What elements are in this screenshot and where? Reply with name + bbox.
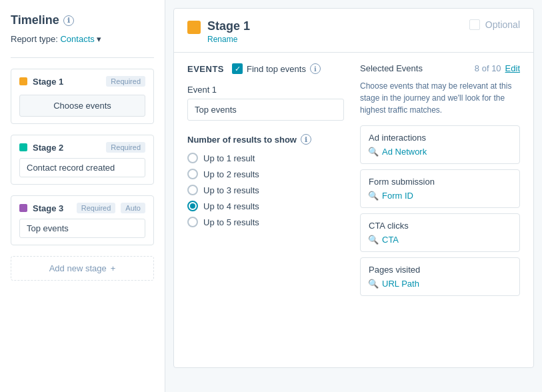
stage-card-1: Stage 1 Required Choose events [11, 69, 154, 124]
radio-option-3[interactable]: Up to 3 results [187, 185, 344, 195]
find-top-events[interactable]: Find top events ℹ [232, 63, 321, 74]
stage-badge-3-auto: Auto [121, 203, 145, 213]
stage-card-header-1: Stage 1 Required [19, 76, 145, 87]
radio-circle-2[interactable] [187, 169, 198, 179]
rename-link[interactable]: Rename [207, 35, 250, 44]
find-top-events-checkbox[interactable] [232, 63, 243, 74]
event-item-cta-filter[interactable]: 🔍 CTA [369, 235, 511, 245]
radio-option-2[interactable]: Up to 2 results [187, 169, 344, 179]
radio-label-2: Up to 2 results [203, 169, 259, 179]
results-section: Number of results to show ℹ Up to 1 resu… [187, 134, 344, 227]
radio-label-5: Up to 5 results [203, 217, 259, 227]
optional-checkbox[interactable] [469, 19, 480, 30]
sidebar-divider [11, 57, 154, 58]
event-item-ad-filter[interactable]: 🔍 Ad Network [369, 147, 511, 157]
stage-card-header-3: Stage 3 Required Auto [19, 203, 145, 213]
event-item-cta: CTA clicks 🔍 CTA [360, 213, 520, 252]
radio-circle-3[interactable] [187, 185, 198, 195]
radio-circle-5[interactable] [187, 217, 198, 227]
sidebar: Timeline ℹ Report type: Contacts ▾ Stage… [0, 0, 165, 392]
stage-value-2: Contact record created [19, 158, 145, 177]
add-stage-button[interactable]: Add new stage + [11, 256, 154, 281]
stage-badge-2: Required [106, 142, 145, 153]
sidebar-title: Timeline ℹ [11, 13, 154, 27]
selected-events-header: Selected Events 8 of 10 Edit [360, 63, 520, 73]
stage-color-indicator [187, 21, 201, 34]
event-item-pages-name: Pages visited [369, 265, 511, 275]
plus-icon: + [111, 263, 116, 273]
radio-label-4: Up to 4 results [203, 201, 259, 211]
event-item-ad-name: Ad interactions [369, 133, 511, 143]
find-top-events-info-icon[interactable]: ℹ [310, 63, 321, 74]
event-item-pages: Pages visited 🔍 URL Path [360, 257, 520, 296]
search-icon-pages: 🔍 [369, 279, 378, 289]
radio-label-1: Up to 1 result [203, 153, 255, 163]
results-info-icon[interactable]: ℹ [301, 134, 311, 145]
selected-count: 8 of 10 Edit [475, 63, 520, 73]
events-section: EVENTS Find top events ℹ Event 1 Number … [174, 53, 533, 312]
info-icon[interactable]: ℹ [63, 15, 74, 26]
search-icon-ad: 🔍 [369, 147, 378, 157]
results-title: Number of results to show ℹ [187, 134, 344, 145]
report-type: Report type: Contacts ▾ [11, 34, 154, 44]
optional-area: Optional [469, 19, 520, 30]
stage-card-2: Stage 2 Required Contact record created [11, 135, 154, 185]
stage-badge-1: Required [106, 76, 145, 87]
main-content: Stage 1 Rename Optional EVENTS Find top … [165, 0, 542, 392]
selected-events-desc: Choose events that may be relevant at th… [360, 80, 520, 116]
event-item-ad: Ad interactions 🔍 Ad Network [360, 125, 520, 164]
stage-main-title: Stage 1 [207, 19, 250, 33]
search-icon-form: 🔍 [369, 191, 378, 201]
event-item-form-name: Form submission [369, 177, 511, 187]
optional-label: Optional [485, 19, 520, 30]
find-top-events-label: Find top events [247, 64, 306, 74]
stage-dot-2 [19, 143, 27, 151]
radio-option-4[interactable]: Up to 4 results [187, 201, 344, 211]
stage-card-3: Stage 3 Required Auto Top events [11, 195, 154, 245]
radio-circle-1[interactable] [187, 153, 198, 163]
radio-option-1[interactable]: Up to 1 result [187, 153, 344, 163]
stage-header: Stage 1 Rename Optional [174, 9, 533, 53]
stage-label-3: Stage 3 [19, 203, 63, 213]
stage-dot-3 [19, 204, 27, 212]
edit-link[interactable]: Edit [505, 63, 520, 73]
stage-card-header-2: Stage 2 Required [19, 142, 145, 153]
events-left: EVENTS Find top events ℹ Event 1 Number … [187, 63, 344, 301]
stage-dot-1 [19, 77, 27, 85]
search-icon-cta: 🔍 [369, 235, 378, 245]
events-header: EVENTS Find top events ℹ [187, 63, 344, 74]
stage-value-3: Top events [19, 219, 145, 238]
radio-circle-4[interactable] [187, 201, 198, 211]
event-item-form: Form submission 🔍 Form ID [360, 169, 520, 208]
timeline-label: Timeline [11, 13, 59, 27]
event-item-pages-filter[interactable]: 🔍 URL Path [369, 279, 511, 289]
stage-header-left: Stage 1 Rename [187, 19, 250, 44]
report-type-link[interactable]: Contacts [60, 34, 94, 44]
stage-label-2: Stage 2 [19, 143, 63, 153]
event-item-form-filter[interactable]: 🔍 Form ID [369, 191, 511, 201]
radio-label-3: Up to 3 results [203, 185, 259, 195]
event-label: Event 1 [187, 85, 344, 95]
stage-badges-3: Required Auto [77, 203, 145, 213]
count-text: 8 of 10 [475, 63, 501, 73]
radio-option-5[interactable]: Up to 5 results [187, 217, 344, 227]
choose-events-button-1[interactable]: Choose events [19, 95, 145, 117]
selected-events-title: Selected Events [360, 63, 423, 73]
selected-events-panel: Selected Events 8 of 10 Edit Choose even… [360, 63, 520, 301]
event-item-cta-name: CTA clicks [369, 221, 511, 231]
stage-badge-3-required: Required [77, 203, 116, 213]
stage-title-area: Stage 1 Rename [207, 19, 250, 44]
event-input[interactable] [187, 99, 344, 121]
stage-label-1: Stage 1 [19, 77, 63, 87]
main-inner: Stage 1 Rename Optional EVENTS Find top … [173, 8, 534, 368]
events-title: EVENTS [187, 64, 224, 74]
